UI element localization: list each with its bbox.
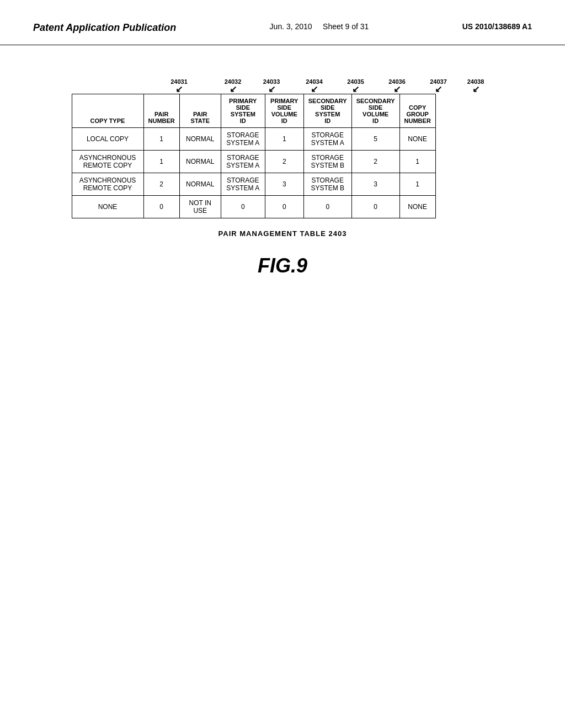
column-numbers-row: 24031 ↙ 24032 ↙ 24033 ↙ 24034 ↙ 24035 ↙ <box>72 78 494 94</box>
header-copy-type: COPY TYPE <box>72 94 143 128</box>
row-2-copy-group: 1 <box>399 173 435 196</box>
table-caption: PAIR MANAGEMENT TABLE 2403 <box>72 229 494 238</box>
col-label-24034: 24034 ↙ <box>292 78 337 94</box>
row-3-primary-volume: 0 <box>265 196 303 218</box>
row-3-copy-group: NONE <box>399 196 435 218</box>
col-arrow-24034: ↙ <box>311 85 318 94</box>
row-1-primary-volume: 2 <box>265 151 303 173</box>
col-arrow-24033: ↙ <box>268 85 275 94</box>
pair-management-table: COPY TYPE PAIRNUMBER PAIRSTATE PRIMARYSI… <box>72 94 436 218</box>
col-label-24032: 24032 ↙ <box>215 78 251 94</box>
col-label-24031: 24031 ↙ <box>143 78 215 94</box>
row-3-primary-system: 0 <box>221 196 265 218</box>
row-1-copy-group: 1 <box>399 151 435 173</box>
col-arrow-24037: ↙ <box>435 85 442 94</box>
row-1-pair-state: NORMAL <box>179 151 221 173</box>
col-arrow-24032: ↙ <box>230 85 237 94</box>
row-3-copy-type: NONE <box>72 196 143 218</box>
row-2-copy-type: ASYNCHRONOUSREMOTE COPY <box>72 173 143 196</box>
table-container: 24031 ↙ 24032 ↙ 24033 ↙ 24034 ↙ 24035 ↙ <box>72 78 494 277</box>
table-row: NONE0NOT IN USE0000NONE <box>72 196 435 218</box>
row-2-secondary-system: STORAGESYSTEM B <box>303 173 351 196</box>
row-1-primary-system: STORAGESYSTEM A <box>221 151 265 173</box>
page-content: 24031 ↙ 24032 ↙ 24033 ↙ 24034 ↙ 24035 ↙ <box>0 45 565 299</box>
header-copy-group: COPYGROUPNUMBER <box>399 94 435 128</box>
row-1-secondary-volume: 2 <box>351 151 399 173</box>
header-pair-number: PAIRNUMBER <box>143 94 179 128</box>
col-arrow-24036: ↙ <box>393 85 401 94</box>
row-1-copy-type: ASYNCHRONOUSREMOTE COPY <box>72 151 143 173</box>
table-row: ASYNCHRONOUSREMOTE COPY1NORMALSTORAGESYS… <box>72 151 435 173</box>
row-3-secondary-system: 0 <box>303 196 351 218</box>
row-0-secondary-system: STORAGESYSTEM A <box>303 128 351 151</box>
row-0-copy-type: LOCAL COPY <box>72 128 143 151</box>
row-3-pair-number: 0 <box>143 196 179 218</box>
col-arrow-24038: ↙ <box>472 85 479 94</box>
header-primary-volume: PRIMARYSIDE VOLUMEID <box>265 94 303 128</box>
header-primary-system: PRIMARYSIDE SYSTEMID <box>221 94 265 128</box>
patent-number: US 2010/138689 A1 <box>462 22 532 31</box>
row-2-primary-volume: 3 <box>265 173 303 196</box>
figure-label: FIG.9 <box>72 254 494 277</box>
table-header-row: COPY TYPE PAIRNUMBER PAIRSTATE PRIMARYSI… <box>72 94 435 128</box>
publication-date: Jun. 3, 2010 <box>270 22 312 31</box>
col-label-24038: 24038 ↙ <box>458 78 494 94</box>
table-row: LOCAL COPY1NORMALSTORAGESYSTEM A1STORAGE… <box>72 128 435 151</box>
row-0-copy-group: NONE <box>399 128 435 151</box>
row-3-secondary-volume: 0 <box>351 196 399 218</box>
col-label-24037: 24037 ↙ <box>419 78 458 94</box>
row-2-pair-number: 2 <box>143 173 179 196</box>
row-0-secondary-volume: 5 <box>351 128 399 151</box>
table-row: ASYNCHRONOUSREMOTE COPY2NORMALSTORAGESYS… <box>72 173 435 196</box>
row-0-primary-volume: 1 <box>265 128 303 151</box>
col-arrow-24035: ↙ <box>352 85 359 94</box>
row-2-primary-system: STORAGESYSTEM A <box>221 173 265 196</box>
col-label-24036: 24036 ↙ <box>375 78 419 94</box>
col-arrow-24031: ↙ <box>175 85 183 94</box>
row-0-pair-number: 1 <box>143 128 179 151</box>
page-header: Patent Application Publication Jun. 3, 2… <box>0 0 565 45</box>
header-secondary-system: SECONDARYSIDE SYSTEMID <box>303 94 351 128</box>
row-2-secondary-volume: 3 <box>351 173 399 196</box>
col-label-24035: 24035 ↙ <box>337 78 375 94</box>
publication-title: Patent Application Publication <box>33 22 176 34</box>
header-center: Jun. 3, 2010 Sheet 9 of 31 <box>270 22 369 31</box>
row-2-pair-state: NORMAL <box>179 173 221 196</box>
row-0-pair-state: NORMAL <box>179 128 221 151</box>
row-3-pair-state: NOT IN USE <box>179 196 221 218</box>
row-1-pair-number: 1 <box>143 151 179 173</box>
sheet-info: Sheet 9 of 31 <box>323 22 369 31</box>
header-secondary-volume: SECONDARYSIDE VOLUMEID <box>351 94 399 128</box>
col-label-24033: 24033 ↙ <box>251 78 292 94</box>
row-1-secondary-system: STORAGESYSTEM B <box>303 151 351 173</box>
row-0-primary-system: STORAGESYSTEM A <box>221 128 265 151</box>
header-pair-state: PAIRSTATE <box>179 94 221 128</box>
